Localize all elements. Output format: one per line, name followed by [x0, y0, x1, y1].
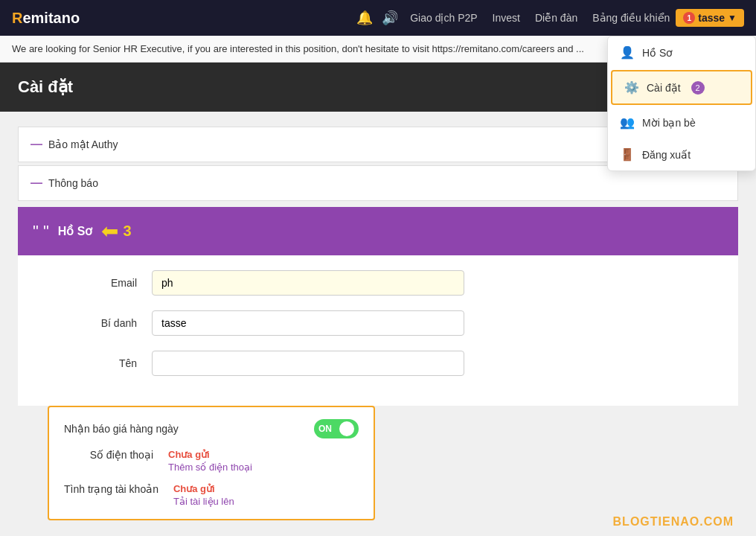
dropdown-invite[interactable]: 👥 Mời bạn bè [608, 106, 755, 138]
dropdown-logout[interactable]: 🚪 Đăng xuất [608, 138, 755, 170]
invite-icon: 👥 [620, 115, 635, 130]
name-input[interactable] [152, 351, 464, 376]
logo: Remitano [12, 10, 80, 27]
profile-icon: 👤 [620, 45, 635, 60]
notification-label: Thông báo [48, 177, 98, 189]
nav-invest[interactable]: Invest [493, 12, 520, 24]
nickname-row: Bí danh [48, 310, 708, 336]
logout-icon: 🚪 [620, 147, 635, 162]
daily-notif-label: Nhận báo giá hàng ngày [64, 423, 314, 435]
watermark: BLOGTIENAO.COM [613, 515, 734, 529]
dropdown-settings-label: Cài đặt [647, 82, 681, 94]
user-badge: 1 [683, 12, 695, 24]
banner-text: We are looking for Senior HR Executive, … [12, 43, 584, 54]
nickname-input[interactable] [152, 310, 464, 336]
quote-icon: " " [33, 222, 49, 241]
nav-forum[interactable]: Diễn đàn [535, 12, 577, 24]
name-row: Tên [48, 351, 708, 376]
phone-row: Số điện thoại Chưa gửi Thêm số điện thoạ… [64, 449, 359, 473]
chevron-down-icon: ▼ [728, 13, 737, 23]
account-label: Tình trạng tài khoản [64, 483, 158, 495]
nav-p2p[interactable]: Giao dịch P2P [410, 12, 477, 24]
username: tasse [698, 12, 725, 24]
minus-icon-2: — [31, 176, 42, 190]
account-section: Tình trạng tài khoản Chưa gửi Tải tài li… [64, 483, 359, 507]
navbar: Remitano 🔔 🔊 Giao dịch P2P Invest Diễn đ… [0, 0, 756, 36]
account-row: Tình trạng tài khoản Chưa gửi Tải tài li… [64, 483, 359, 507]
profile-section-header[interactable]: " " Hồ Sơ ⬅ 3 [18, 207, 738, 255]
phone-detail: Chưa gửi Thêm số điện thoại [168, 449, 252, 473]
user-dropdown: 👤 Hồ Sơ ⚙️ Cài đặt 2 👥 Mời bạn bè 🚪 Đăng… [607, 36, 756, 171]
account-action[interactable]: Tải tài liệu lên [173, 496, 234, 507]
phone-section: Số điện thoại Chưa gửi Thêm số điện thoạ… [64, 449, 359, 473]
minus-icon: — [31, 138, 42, 151]
daily-toggle[interactable]: ON [314, 419, 359, 438]
main-content: — Bảo mật Authy — Thông báo " " Hồ Sơ ⬅ … [0, 112, 756, 536]
user-menu-button[interactable]: 1 tasse ▼ [676, 9, 744, 27]
daily-notif-row: Nhận báo giá hàng ngày ON [64, 419, 359, 438]
email-input[interactable] [152, 270, 464, 296]
dropdown-profile-label: Hồ Sơ [642, 47, 673, 59]
dropdown-invite-label: Mời bạn bè [642, 117, 696, 129]
dropdown-settings[interactable]: ⚙️ Cài đặt 2 [611, 70, 752, 105]
arrow-annotation: ⬅ 3 [101, 219, 131, 243]
volume-icon[interactable]: 🔊 [382, 10, 398, 26]
name-label: Tên [48, 357, 137, 369]
phone-action[interactable]: Thêm số điện thoại [168, 462, 252, 473]
security-label: Bảo mật Authy [48, 138, 118, 150]
arrow-number: 3 [123, 223, 131, 240]
nickname-label: Bí danh [48, 317, 137, 329]
email-row: Email [48, 270, 708, 296]
settings-badge: 2 [691, 81, 705, 95]
toggle-knob [339, 421, 354, 436]
arrow-back-icon: ⬅ [101, 219, 118, 243]
dropdown-logout-label: Đăng xuất [642, 149, 691, 161]
profile-form: Email Bí danh Tên [18, 255, 738, 406]
profile-section-title: Hồ Sơ [58, 224, 93, 238]
phone-label: Số điện thoại [64, 449, 153, 461]
bell-icon[interactable]: 🔔 [356, 10, 373, 26]
dropdown-profile[interactable]: 👤 Hồ Sơ [608, 36, 755, 68]
notification-box: Nhận báo giá hàng ngày ON Số điện thoại … [48, 406, 375, 520]
nav-dashboard[interactable]: Bảng điều khiển [592, 12, 670, 24]
gear-icon: ⚙️ [624, 80, 639, 95]
toggle-on-text: ON [318, 424, 332, 434]
navbar-links: Giao dịch P2P Invest Diễn đàn Bảng điều … [410, 12, 670, 24]
email-label: Email [48, 277, 137, 289]
account-status: Chưa gửi [173, 483, 234, 494]
account-detail: Chưa gửi Tải tài liệu lên [173, 483, 234, 507]
phone-status: Chưa gửi [168, 449, 252, 460]
navbar-icons: 🔔 🔊 [356, 10, 398, 26]
